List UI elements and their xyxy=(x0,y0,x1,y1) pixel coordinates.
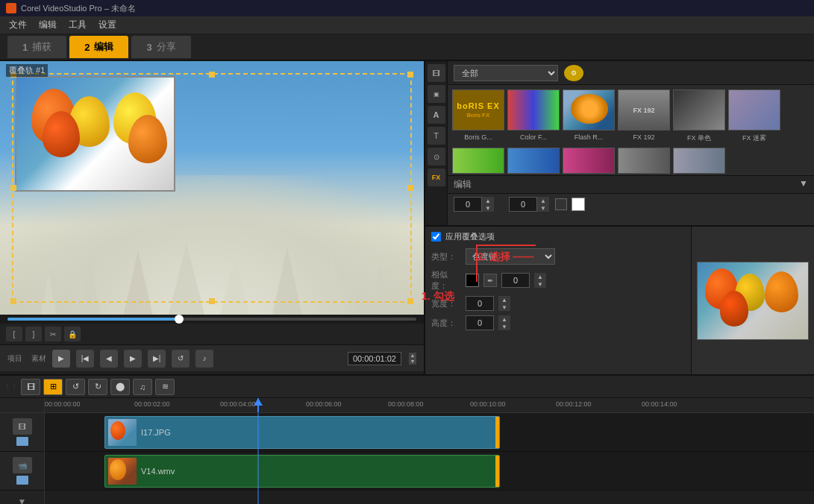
tab-capture-num: 1 xyxy=(22,42,28,53)
time-dn[interactable]: ▼ xyxy=(409,359,416,365)
right-panel: 🎞 ▣ A T ⊙ FX 全部 过滤 特效 ⚙ xyxy=(425,61,814,374)
tl-color-btn[interactable]: ⬤ xyxy=(110,379,130,395)
svg-marker-1 xyxy=(75,258,104,315)
svg-marker-7 xyxy=(366,265,395,315)
tab-capture[interactable]: 1 捕获 xyxy=(7,36,66,58)
sim-dn[interactable]: ▼ xyxy=(534,280,546,288)
audio-btn[interactable]: ♪ xyxy=(195,350,213,368)
track2-clip-label: V14.wmv xyxy=(141,467,175,476)
label-fxbw: FX 单色 xyxy=(673,133,725,143)
menu-file[interactable]: 文件 xyxy=(3,17,33,33)
effect-fxblur[interactable] xyxy=(728,89,780,130)
tool-fx[interactable]: FX xyxy=(428,168,445,186)
color-swatch-top[interactable] xyxy=(555,198,567,210)
main-content: 覆叠轨 #1 xyxy=(0,61,814,374)
track2-clip[interactable]: V14.wmv xyxy=(104,455,500,488)
track2-icon[interactable]: 📹 xyxy=(13,457,32,473)
tl-undo-btn[interactable]: ↺ xyxy=(66,379,85,395)
effect-boris[interactable]: boRIS EX Boris FX xyxy=(452,89,504,130)
loop-btn[interactable]: ↺ xyxy=(172,350,190,368)
tl-audio-btn[interactable]: ♫ xyxy=(133,379,152,395)
menu-edit[interactable]: 编辑 xyxy=(33,17,63,33)
step-back-btn[interactable]: ◀ xyxy=(100,350,118,368)
menu-tools[interactable]: 工具 xyxy=(63,17,93,33)
effects-category-dropdown[interactable]: 全部 过滤 特效 xyxy=(454,65,558,81)
effect-row2-1[interactable] xyxy=(452,148,504,174)
menu-settings[interactable]: 设置 xyxy=(93,17,122,33)
num2-dn[interactable]: ▼ xyxy=(537,204,549,212)
tl-redo-btn[interactable]: ↻ xyxy=(88,379,107,395)
mark-in-btn[interactable]: [ xyxy=(6,327,22,341)
track-1-content: I17.JPG xyxy=(45,413,814,452)
effect-row2-4[interactable] xyxy=(618,148,670,174)
effect-flash[interactable] xyxy=(563,89,615,130)
tl-film-btn[interactable]: 🎞 xyxy=(21,379,40,395)
label-fx192: FX 192 xyxy=(618,133,670,143)
annotation-line-h xyxy=(476,245,536,246)
effects-settings-btn[interactable]: ⚙ xyxy=(564,65,583,81)
tl-storyboard-btn[interactable]: ⊞ xyxy=(43,379,63,395)
tool-text[interactable]: A xyxy=(428,106,445,124)
effect-fxbw[interactable] xyxy=(673,89,725,130)
label-fxblur: FX 迷雾 xyxy=(728,133,780,143)
next-frame-btn[interactable]: ▶| xyxy=(148,350,166,368)
effect-color[interactable] xyxy=(507,89,560,130)
height-dn[interactable]: ▼ xyxy=(498,323,510,330)
preview-panel: 覆叠轨 #1 xyxy=(0,61,425,374)
tab-edit-num: 2 xyxy=(84,42,90,53)
num2-up[interactable]: ▲ xyxy=(537,197,549,204)
step-fwd-btn[interactable]: ▶ xyxy=(124,350,142,368)
width-field[interactable] xyxy=(466,296,494,311)
sim-up[interactable]: ▲ xyxy=(534,273,546,280)
mark-out-btn[interactable]: ] xyxy=(25,327,42,341)
white-swatch[interactable] xyxy=(572,198,585,211)
svg-marker-3 xyxy=(164,243,209,315)
svg-marker-6 xyxy=(313,258,351,315)
tab-share[interactable]: 3 分享 xyxy=(131,36,190,58)
track1-clip-end-handle[interactable] xyxy=(495,417,499,448)
cut-btn[interactable]: ✂ xyxy=(45,327,61,341)
menu-bar: 文件 编辑 工具 设置 xyxy=(0,16,814,34)
effect-row2-2[interactable] xyxy=(507,148,560,174)
ruler-t12: 00:00:12:00 xyxy=(556,400,592,408)
track1-clip[interactable]: I17.JPG xyxy=(104,416,500,449)
height-field[interactable] xyxy=(466,315,494,330)
num1-dn[interactable]: ▼ xyxy=(482,204,494,212)
apply-overlay-checkbox[interactable] xyxy=(431,232,441,242)
svg-marker-5 xyxy=(269,247,306,315)
width-up[interactable]: ▲ xyxy=(498,296,510,303)
similarity-field[interactable] xyxy=(501,273,530,288)
height-up[interactable]: ▲ xyxy=(498,315,510,323)
effect-fx192[interactable]: FX 192 xyxy=(618,89,670,130)
tab-edit[interactable]: 2 编辑 xyxy=(69,36,128,58)
effect-row2-3[interactable] xyxy=(563,148,615,174)
apply-overlay-label: 应用覆叠选项 xyxy=(445,231,495,242)
tl-text-btn[interactable]: ≋ xyxy=(155,379,175,395)
tool-video2[interactable]: ▣ xyxy=(428,85,445,103)
tool-text2[interactable]: T xyxy=(428,127,445,145)
editor-preview-pane xyxy=(691,227,814,374)
tab-share-num: 3 xyxy=(146,42,151,53)
eyedropper-btn[interactable]: ✒ xyxy=(483,274,497,287)
play-button[interactable]: ▶ xyxy=(52,350,70,368)
num-field-1[interactable] xyxy=(454,197,482,212)
effect-row2-5[interactable] xyxy=(673,148,725,174)
playback-controls: 项目 素材 ▶ |◀ ◀ ▶ ▶| ↺ ♪ 00:00:01:02 ▲ ▼ xyxy=(0,344,424,371)
track1-icon[interactable]: 🎞 xyxy=(13,418,32,435)
lock-btn[interactable]: 🔒 xyxy=(64,327,81,341)
time-display: 00:00:01:02 xyxy=(348,352,401,365)
tool-color2[interactable]: ⊙ xyxy=(428,148,445,166)
type-dropdown[interactable]: 色度键 xyxy=(466,248,555,265)
width-dn[interactable]: ▼ xyxy=(498,303,510,311)
ruler-t4: 00:00:04:00 xyxy=(220,400,256,408)
track2-clip-end-handle[interactable] xyxy=(495,456,499,487)
num-field-2[interactable] xyxy=(509,197,537,212)
tab-capture-label: 捕获 xyxy=(32,40,51,54)
editor-expand-btn[interactable]: ▼ xyxy=(799,178,808,189)
tool-film[interactable]: 🎞 xyxy=(428,64,445,82)
tracks-expand-btn[interactable]: ▼ xyxy=(0,491,44,504)
chroma-key-color[interactable] xyxy=(466,274,479,287)
num1-up[interactable]: ▲ xyxy=(482,197,494,204)
time-up[interactable]: ▲ xyxy=(409,353,416,359)
prev-frame-btn[interactable]: |◀ xyxy=(76,350,94,368)
